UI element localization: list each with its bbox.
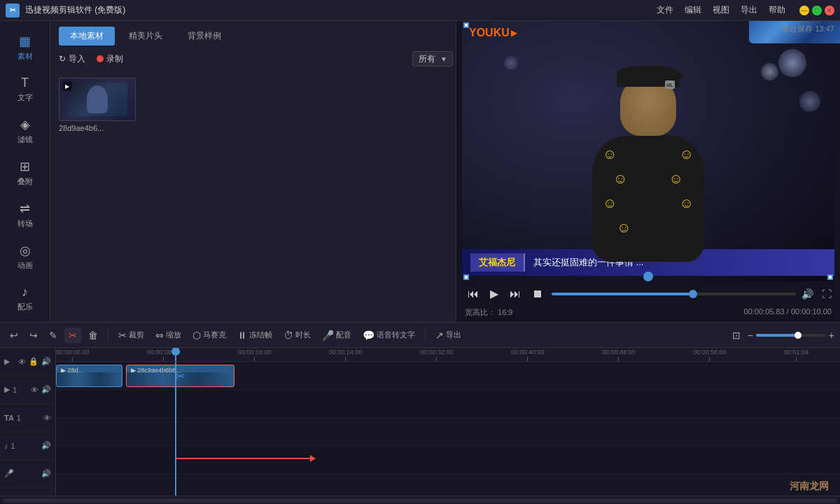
sidebar-item-素材[interactable]: ▦ 素材: [0, 27, 50, 69]
audio-button[interactable]: 🎤 配音: [318, 328, 356, 343]
lock-icon-v1[interactable]: 🔒: [29, 357, 38, 366]
speech-button[interactable]: 💬 语音转文字: [358, 328, 419, 343]
handle-br[interactable]: [827, 274, 833, 280]
shrink-button[interactable]: ⇔ 缩放: [151, 328, 186, 343]
smiley-5: ☺: [603, 195, 617, 211]
eye-icon-v1[interactable]: 👁: [18, 358, 26, 366]
last-saved-label: 最近保存 13:47: [782, 24, 834, 34]
sidebar-label-文字: 文字: [18, 92, 33, 103]
cut-button[interactable]: ✂ 裁剪: [114, 328, 148, 343]
track-row-video-2: [56, 390, 840, 418]
scissors-on-clip: ✂: [176, 370, 185, 383]
filter-select[interactable]: 所有 视频 图片 音频: [412, 51, 453, 66]
timeline-toolbar: ↩ ↪ ✎ ✂ 🗑 ✂ 裁剪 ⇔ 缩放 ⬡ 马赛克 ⏸ 冻结帧: [0, 323, 840, 348]
youku-arrow: ▶: [511, 28, 517, 38]
track-label-voice: 🎤 🔊: [0, 460, 55, 488]
track-label-video-main: ▶ 👁 🔒 🔊: [0, 348, 55, 376]
play-next-button[interactable]: ⏭: [507, 286, 524, 302]
record-button[interactable]: 录制: [97, 53, 123, 65]
edit-button[interactable]: ✎: [45, 328, 62, 343]
import-button[interactable]: ↻ 导入: [59, 53, 85, 65]
menu-help[interactable]: 帮助: [769, 4, 785, 16]
progress-fill: [552, 293, 693, 295]
progress-thumb: [689, 290, 697, 298]
media-filter[interactable]: 所有 视频 图片 音频 ▼: [412, 51, 447, 66]
selection-handle-bottom[interactable]: [643, 272, 653, 281]
timeline-scrollbar[interactable]: [3, 498, 837, 503]
sidebar-item-转场[interactable]: ⇌ 转场: [0, 194, 50, 236]
zoom-slider[interactable]: [756, 334, 826, 337]
timeline-ruler-area: 00:00:00.00 00:00:08:00 00:00:16:00 00:0…: [56, 348, 840, 496]
vol-icon-v1[interactable]: 🔊: [41, 357, 51, 366]
redo-button[interactable]: ↪: [25, 328, 42, 343]
separator-2: [425, 328, 426, 342]
video-clip-1[interactable]: ▶ 28d...: [56, 365, 122, 387]
menu-view[interactable]: 视图: [713, 4, 729, 16]
timeline-area: ↩ ↪ ✎ ✂ 🗑 ✂ 裁剪 ⇔ 缩放 ⬡ 马赛克 ⏸ 冻结帧: [0, 322, 840, 504]
edit-icon: ✎: [49, 330, 57, 341]
zoom-in-icon[interactable]: +: [829, 330, 834, 341]
maximize-button[interactable]: □: [812, 6, 822, 15]
vol-icon-voice[interactable]: 🔊: [41, 469, 51, 478]
playhead-ruler-line: [175, 348, 176, 362]
sidebar-item-配乐[interactable]: ♪ 配乐: [0, 278, 50, 319]
fit-timeline-button[interactable]: ⊡: [728, 328, 745, 343]
undo-button[interactable]: ↩: [6, 328, 22, 343]
media-name-1: 28d9ae4b6...: [59, 124, 136, 132]
media-item-1[interactable]: ▶ 28d9ae4b6...: [59, 78, 136, 132]
duration-button[interactable]: ⏱ 时长: [279, 328, 315, 343]
mask-button[interactable]: ⬡ 马赛克: [188, 328, 230, 343]
eye-icon-ta[interactable]: 👁: [43, 414, 51, 422]
eye-icon-v2[interactable]: 👁: [31, 386, 38, 394]
sidebar-item-文字[interactable]: T 文字: [0, 69, 50, 110]
zoom-out-icon[interactable]: −: [748, 330, 753, 341]
smiley-7: ☺: [617, 220, 631, 236]
light-orb-2: [761, 63, 778, 80]
video-background: YOUKU ▶: [462, 21, 834, 281]
progress-bar[interactable]: [552, 293, 796, 295]
sidebar-item-叠附[interactable]: ⊞ 叠附: [0, 152, 50, 194]
stop-button[interactable]: ⏹: [529, 286, 546, 302]
handle-bl[interactable]: [463, 274, 469, 280]
delete-button[interactable]: 🗑: [84, 328, 102, 343]
video-content: YOUKU ▶: [462, 21, 834, 281]
youku-text: YOUKU: [469, 27, 510, 39]
transition-icon: ⇌: [20, 201, 30, 216]
play-button[interactable]: ▶: [487, 286, 501, 302]
ruler-mark-7: 00:00:56:00: [693, 349, 727, 361]
close-button[interactable]: ✕: [825, 6, 834, 15]
menu-export[interactable]: 导出: [741, 4, 757, 16]
track-num-1: 1: [13, 386, 17, 394]
scissors-button[interactable]: ✂: [64, 328, 81, 343]
freeze-button[interactable]: ⏸ 冻结帧: [233, 328, 276, 343]
menu-edit[interactable]: 编辑: [685, 4, 701, 16]
tab-background-sample[interactable]: 背景样例: [176, 27, 232, 46]
vol-icon-m[interactable]: 🔊: [41, 441, 51, 450]
preview-controls: ⏮ ▶ ⏭ ⏹ 🔊 ⛶: [456, 281, 840, 306]
video-clip-2[interactable]: ▶ 28c9ae4b6b8... ✂: [126, 365, 234, 387]
cap-logo: ML: [665, 80, 675, 89]
fit-icon: ⊡: [732, 330, 741, 341]
menu-file[interactable]: 文件: [657, 4, 673, 16]
volume-icon[interactable]: 🔊: [802, 288, 813, 300]
tab-featured-header[interactable]: 精美片头: [118, 27, 174, 46]
play-prev-button[interactable]: ⏮: [465, 286, 482, 302]
vol-icon-v2[interactable]: 🔊: [41, 385, 51, 394]
timeline-ruler: 00:00:00.00 00:00:08:00 00:00:16:00 00:0…: [56, 348, 840, 362]
sidebar-item-动画[interactable]: ◎ 动画: [0, 236, 50, 278]
sidebar-item-滤镜[interactable]: ◈ 滤镜: [0, 110, 50, 152]
aspect-label: 宽高比：: [465, 308, 496, 316]
thumb-preview-1: [67, 83, 127, 116]
tab-local-media[interactable]: 本地素材: [59, 27, 115, 46]
main-layout: ▦ 素材 T 文字 ◈ 滤镜 ⊞ 叠附 ⇌ 转场 ◎ 动画 ♪ 配乐 本: [0, 21, 840, 322]
video-main-icon: ▶: [4, 357, 10, 366]
fullscreen-icon[interactable]: ⛶: [822, 288, 832, 300]
ruler-mark-3: 00:00:24:00: [329, 349, 363, 361]
export-icon: ↗: [435, 330, 444, 341]
sidebar-label-叠附: 叠附: [18, 176, 33, 187]
export-button[interactable]: ↗ 导出: [431, 328, 465, 343]
handle-tl[interactable]: [463, 22, 469, 28]
minimize-button[interactable]: —: [799, 6, 809, 15]
mic-icon: 🎤: [322, 330, 334, 341]
smiley-2: ☺: [680, 146, 694, 162]
